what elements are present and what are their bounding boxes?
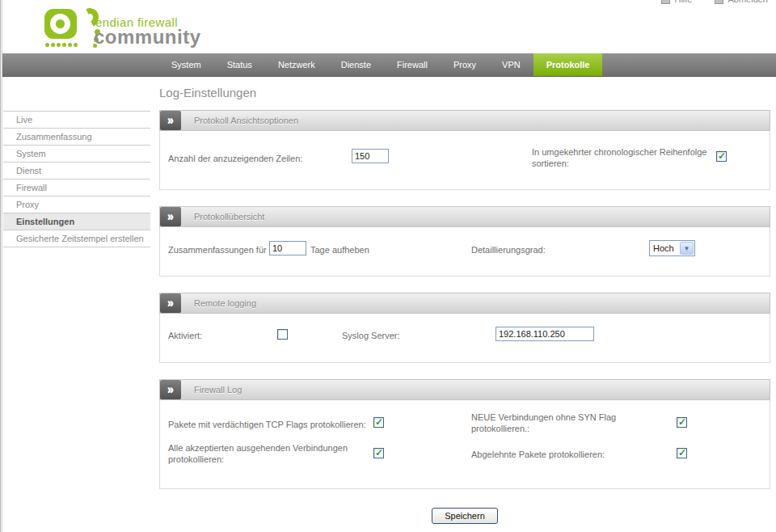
section-title: Firewall Log (194, 385, 242, 395)
sidebar-item-einstellungen[interactable]: Einstellungen (3, 213, 150, 230)
nav-item-netzwerk[interactable]: Netzwerk (265, 53, 328, 76)
sidebar-list: LiveZusammenfassungSystemDienstFirewallP… (3, 111, 150, 247)
reverse-sort-label: In umgekehrter chronologischer Reihenfol… (532, 146, 722, 169)
sidebar-item-zusammenfassung[interactable]: Zusammenfassung (3, 129, 150, 146)
nav-item-dienste[interactable]: Dienste (328, 53, 384, 76)
fw-refused-packets-checkbox[interactable] (677, 448, 687, 458)
top-links: Hilfe Abmelden (661, 0, 768, 4)
fw-check-label: NEUE Verbindungen ohne SYN Flag protokol… (471, 412, 629, 434)
section-title: Protokollübersicht (194, 212, 264, 222)
nav-item-status[interactable]: Status (214, 53, 265, 76)
help-icon (661, 0, 670, 4)
detail-level-select[interactable]: Hoch ▼ (649, 240, 695, 256)
sidebar: LiveZusammenfassungSystemDienstFirewallP… (0, 77, 158, 524)
keep-days-input[interactable] (269, 241, 306, 255)
chevron-down-icon: ▼ (680, 242, 694, 255)
sidebar-item-gesicherte-zeitstempel-erstellen[interactable]: Gesicherte Zeitstempel erstellen (3, 230, 150, 247)
section-view-options: » Protokoll Ansichtsoptionen Anzahl der … (159, 110, 770, 190)
collapse-chevron-icon[interactable]: » (160, 207, 181, 226)
fw-check-label: Pakete mit verdächtigen TCP Flags protok… (168, 419, 403, 430)
section-remote-logging: » Remote logging Aktiviert: Syslog Serve… (159, 293, 770, 363)
sidebar-item-live[interactable]: Live (3, 112, 150, 129)
nav-item-vpn[interactable]: VPN (489, 53, 534, 76)
section-log-summary: » Protokollübersicht Zusammenfassungen f… (159, 206, 770, 277)
page-title: Log-Einstellungen (159, 86, 770, 99)
reverse-sort-checkbox[interactable] (716, 151, 727, 162)
lines-label: Anzahl der anzuzeigenden Zeilen: (168, 153, 302, 164)
collapse-chevron-icon[interactable]: » (160, 380, 181, 399)
main-content: Log-Einstellungen » Protokoll Ansichtsop… (158, 77, 770, 524)
fw-check-label: Alle akzeptierten ausgehenden Verbindung… (168, 442, 362, 465)
logout-link[interactable]: Abmelden (715, 0, 768, 4)
help-link-label: Hilfe (674, 0, 692, 4)
section-firewall-log-header: » Firewall Log (159, 379, 770, 400)
fw-check-label: Abgelehnte Pakete protokollieren: (471, 449, 649, 460)
brand-line2: community (94, 26, 201, 49)
logout-link-label: Abmelden (728, 0, 768, 4)
nav-item-protokolle[interactable]: Protokolle (534, 53, 603, 76)
nav-item-proxy[interactable]: Proxy (441, 53, 489, 76)
help-link[interactable]: Hilfe (661, 0, 692, 4)
fw-suspicious-tcp-checkbox[interactable] (373, 417, 384, 428)
enabled-label: Aktiviert: (168, 330, 202, 341)
section-remote-logging-header: » Remote logging (159, 293, 770, 314)
section-title: Protokoll Ansichtsoptionen (194, 116, 298, 125)
save-row: Speichern (159, 508, 770, 524)
nav-item-firewall[interactable]: Firewall (384, 53, 441, 76)
collapse-chevron-icon[interactable]: » (160, 111, 181, 130)
logo-dots-row (45, 43, 78, 47)
logout-icon (715, 0, 723, 4)
collapse-chevron-icon[interactable]: » (160, 293, 181, 313)
fw-accepted-outgoing-checkbox[interactable] (373, 448, 384, 458)
save-button[interactable]: Speichern (432, 508, 498, 524)
detail-level-label: Detaillierungsgrad: (471, 244, 546, 255)
sidebar-item-system[interactable]: System (3, 146, 150, 163)
section-log-summary-header: » Protokollübersicht (159, 206, 770, 227)
keep-days-label-prefix: Zusammenfassungen für (168, 244, 267, 255)
section-view-options-header: » Protokoll Ansichtsoptionen (159, 110, 770, 131)
sidebar-item-proxy[interactable]: Proxy (3, 196, 150, 213)
detail-level-value: Hoch (650, 243, 679, 253)
app-header: endian firewall community (0, 0, 776, 53)
lines-input[interactable] (352, 149, 389, 163)
fw-new-no-syn-checkbox[interactable] (677, 417, 687, 428)
endian-logo: endian firewall community (44, 8, 230, 52)
endian-logo-mark-icon (44, 9, 77, 39)
keep-days-label-suffix: Tage aufheben (310, 244, 369, 255)
syslog-server-label: Syslog Server: (342, 330, 400, 341)
syslog-server-input[interactable] (496, 327, 594, 341)
section-title: Remote logging (194, 298, 256, 308)
section-firewall-log: » Firewall Log Pakete mit verdächtigen T… (159, 379, 770, 489)
main-nav: SystemStatusNetzwerkDiensteFirewallProxy… (0, 53, 776, 77)
enabled-checkbox[interactable] (277, 329, 288, 340)
nav-item-system[interactable]: System (158, 53, 214, 76)
window-left-edge (0, 0, 2, 532)
sidebar-item-firewall[interactable]: Firewall (3, 179, 150, 196)
sidebar-item-dienst[interactable]: Dienst (3, 163, 150, 179)
